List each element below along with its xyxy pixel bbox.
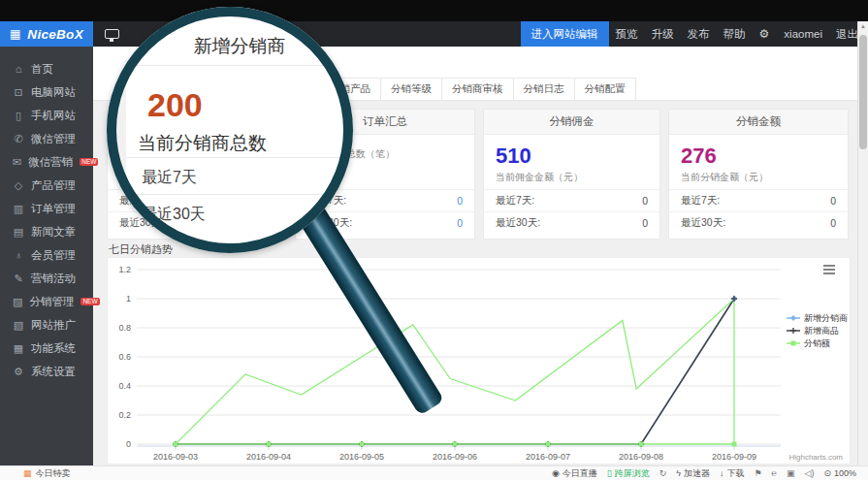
status-item-4[interactable]: ↓下载 [720,467,745,480]
mobile-icon: ▯ [13,110,24,122]
scrollbar-up-arrow[interactable]: ▲ [858,23,868,29]
sidebar-item-5[interactable]: ◇产品管理 [0,174,93,197]
sidebar-item-12[interactable]: ▦功能系统 [0,336,93,360]
legend-label-1[interactable]: 新增商品 [804,326,839,336]
chart-gridlines [137,270,781,450]
card-value: 510 [496,144,648,168]
status-left-group[interactable]: ▦ 今日特卖 [0,467,71,480]
card-title: 分销金额 [669,110,848,135]
sidebar-item-label: 手机网站 [31,109,76,123]
sidebar-item-6[interactable]: ▥订单管理 [0,197,93,220]
campaign-icon: ✎ [13,272,24,285]
tab-2[interactable]: 分销商审核 [441,78,514,101]
status-item-0[interactable]: ◉今日直播 [552,467,597,480]
status-item-1[interactable]: ▯跨屏浏览 [607,467,650,480]
promotion-icon: ▧ [13,319,24,332]
row-value[interactable]: 0 [457,217,463,229]
desktop-view-icon[interactable] [105,29,119,39]
sidebar-item-11[interactable]: ▧网站推广 [0,313,93,336]
sidebar-item-label: 微信管理 [31,132,76,146]
svg-text:2016-09-04: 2016-09-04 [246,452,291,462]
status-item-label: 下载 [727,467,745,480]
status-item-6[interactable]: ℮ [772,468,777,478]
sidebar-item-label: 微信营销 [28,155,73,170]
scrollbar-thumb[interactable] [859,35,867,149]
card-row-7days: 最近7天:0 [669,189,848,211]
status-item-7[interactable]: ▣ [787,468,795,478]
svg-text:2016-09-03: 2016-09-03 [153,452,198,462]
sidebar-nav: ⌂首页⊡电脑网站▯手机网站✆微信管理✉微信营销NEW◇产品管理▥订单管理▤新闻文… [0,47,93,465]
row-label: 最近30天: [681,216,725,230]
sidebar-item-7[interactable]: ▤新闻文章 [0,220,93,243]
tab-3[interactable]: 分销日志 [513,78,575,101]
home-icon: ⌂ [13,63,24,75]
nav-publish-link[interactable]: 发布 [681,27,717,42]
sidebar-item-9[interactable]: ✎营销活动 [0,267,93,290]
sidebar-item-label: 分销管理 [29,295,74,309]
sidebar-item-10[interactable]: ▨分销管理NEW [0,290,93,313]
highcharts-credit[interactable]: Highcharts.com [788,453,843,462]
status-item-5[interactable]: ⚑ [755,468,762,478]
speaker-icon: ◁) [805,468,815,478]
chart-legend[interactable]: 新增分销商新增商品分销额 [787,313,848,348]
tab-4[interactable]: 分销配置 [574,78,636,101]
status-right-group: ◉今日直播▯跨屏浏览↻ϟ加速器↓下载⚑℮▣◁)⊙100% [552,467,868,480]
svg-text:0.8: 0.8 [118,323,131,333]
accelerator-icon: ϟ [676,468,681,478]
sidebar-item-label: 新闻文章 [31,225,76,240]
sidebar-item-4[interactable]: ✉微信营销NEW [0,150,93,174]
sidebar-item-3[interactable]: ✆微信管理 [0,127,93,150]
tab-1[interactable]: 分销等级 [380,78,442,101]
enter-site-editor-button[interactable]: 进入网站编辑 [521,21,609,47]
legend-label-2[interactable]: 分销额 [804,338,830,348]
username-label[interactable]: xiaomei [776,28,830,40]
row-value[interactable]: 0 [457,195,463,207]
card-value: 276 [681,144,836,168]
status-item-label: 今日直播 [563,467,597,480]
download-icon: ↓ [720,468,724,478]
legend-label-0[interactable]: 新增分销商 [804,313,848,323]
status-item-9[interactable]: ⊙100% [823,468,856,478]
browser-status-bar: ▦ 今日特卖 ◉今日直播▯跨屏浏览↻ϟ加速器↓下载⚑℮▣◁)⊙100% [0,465,868,480]
nav-preview-link[interactable]: 预览 [609,27,645,42]
stat-card-2: 分销佣金510当前佣金金额（元）最近7天:0最近30天:0 [483,109,660,240]
status-item-2[interactable]: ↻ [659,468,667,478]
window-icon: ▣ [787,468,795,478]
sidebar-item-1[interactable]: ⊡电脑网站 [0,80,93,104]
gear-icon[interactable]: ⚙ [753,27,777,41]
new-badge: NEW [80,298,99,306]
daily-deals-label: 今日特卖 [36,467,71,480]
nav-help-link[interactable]: 帮助 [717,27,753,42]
chart-axis-labels: 1.210.80.60.40.202016-09-032016-09-04201… [118,265,756,462]
sidebar-item-2[interactable]: ▯手机网站 [0,104,93,127]
sidebar-item-13[interactable]: ⚙系统设置 [0,360,93,383]
row-value: 0 [642,217,648,229]
flag-icon: ⚑ [755,468,762,478]
nav-upgrade-link[interactable]: 升级 [645,27,681,42]
card-row-30days: 最近30天:0 [669,211,848,234]
sidebar-item-0[interactable]: ⌂首页 [0,57,93,80]
sidebar-item-label: 功能系统 [31,341,76,356]
refresh-icon: ↻ [659,468,667,478]
sidebar-item-label: 电脑网站 [31,85,76,100]
row-label: 最近7天: [496,194,534,208]
new-badge: NEW [80,158,98,167]
svg-text:2016-09-08: 2016-09-08 [619,452,663,462]
brand-name: NiceBoX [27,27,83,42]
sidebar-item-label: 系统设置 [31,365,76,379]
order-icon: ▥ [13,203,24,215]
row-value: 0 [830,195,836,207]
grid-menu-icon[interactable]: ▦ [10,28,20,40]
svg-text:0.6: 0.6 [118,352,131,362]
navbar-right-group: 进入网站编辑 预览 升级 发布 帮助 ⚙ xiaomei 退出 [521,21,868,47]
sidebar-item-8[interactable]: ♁会员管理 [0,243,93,267]
daily-deals-icon: ▦ [23,468,32,478]
status-item-3[interactable]: ϟ加速器 [676,467,710,480]
sidebar-item-label: 网站推广 [31,318,76,333]
page-scrollbar[interactable]: ▲ [857,21,868,465]
brand-logo[interactable]: ▦ NiceBoX [0,21,93,47]
status-item-8[interactable]: ◁) [805,468,815,478]
zoom-level-icon: ⊙ [823,468,831,478]
chart-export-menu-icon[interactable] [821,263,837,276]
svg-text:0: 0 [126,439,131,449]
